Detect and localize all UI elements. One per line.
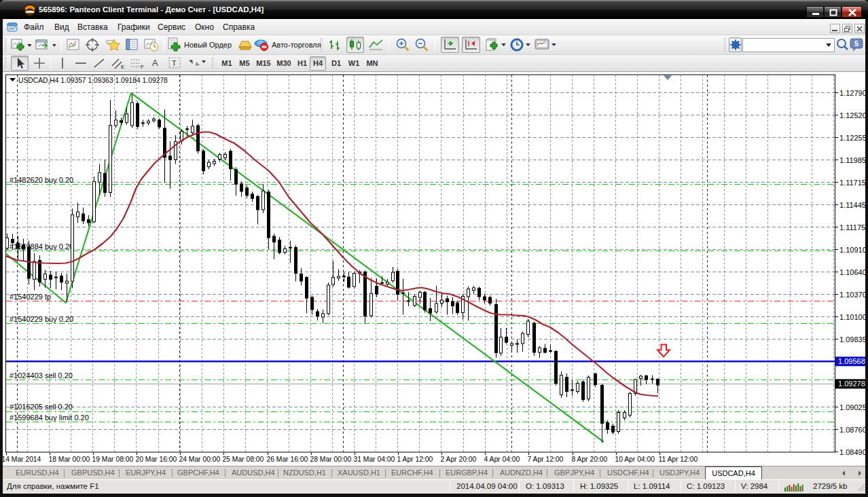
- svg-text:#1540229 tp: #1540229 tp: [10, 293, 51, 301]
- svg-text:1.10910: 1.10910: [839, 246, 867, 254]
- svg-text:5: 5: [854, 39, 858, 48]
- svg-text:14 Mar 2014: 14 Mar 2014: [2, 456, 41, 463]
- svg-text:31 Mar 04:00: 31 Mar 04:00: [354, 456, 395, 463]
- svg-text:7 Apr 12:00: 7 Apr 12:00: [528, 456, 564, 463]
- svg-text:#1024403 sell 0.20: #1024403 sell 0.20: [10, 371, 73, 380]
- svg-text:#1599684 buy limit 0.20: #1599684 buy limit 0.20: [10, 413, 89, 422]
- svg-text:1.12790: 1.12790: [839, 89, 867, 97]
- svg-text:1.10640: 1.10640: [839, 268, 867, 276]
- svg-text:24 Mar 00:00: 24 Mar 00:00: [179, 456, 221, 463]
- svg-text:1.11175: 1.11175: [839, 223, 865, 232]
- svg-text:USDCAD,H4 1.09357 1.09363 1.0: USDCAD,H4 1.09357 1.09363 1.09184 1.0927…: [18, 77, 168, 84]
- svg-text:26 Mar 16:00: 26 Mar 16:00: [267, 456, 308, 463]
- svg-text:1.09835: 1.09835: [839, 335, 867, 344]
- svg-text:1.11985: 1.11985: [839, 156, 866, 164]
- svg-text:1.09025: 1.09025: [839, 403, 867, 411]
- svg-text:1.09568: 1.09568: [838, 357, 865, 365]
- svg-text:1.10100: 1.10100: [839, 313, 867, 321]
- svg-text:19 Mar 08:00: 19 Mar 08:00: [92, 456, 134, 463]
- svg-text:F: F: [141, 64, 144, 70]
- svg-text:8 Apr 20:00: 8 Apr 20:00: [572, 456, 608, 463]
- svg-text:10 Apr 04:00: 10 Apr 04:00: [615, 456, 655, 463]
- svg-text:20 Mar 16:00: 20 Mar 16:00: [136, 456, 177, 463]
- svg-text:1.08760: 1.08760: [839, 426, 867, 434]
- svg-text:25 Mar 08:00: 25 Mar 08:00: [223, 456, 264, 463]
- svg-text:#1016205 sell 0.20: #1016205 sell 0.20: [10, 403, 73, 411]
- svg-text:1.10370: 1.10370: [839, 291, 867, 299]
- svg-text:1.09278: 1.09278: [838, 380, 865, 388]
- svg-text:E: E: [121, 64, 124, 70]
- svg-text:2 Apr 20:00: 2 Apr 20:00: [441, 456, 477, 463]
- svg-text:1 Apr 12:00: 1 Apr 12:00: [397, 456, 433, 463]
- svg-text:1.12520: 1.12520: [839, 111, 867, 119]
- svg-text:1.12255: 1.12255: [839, 134, 867, 142]
- svg-text:28 Mar 00:00: 28 Mar 00:00: [310, 456, 352, 463]
- svg-text:1.11445: 1.11445: [839, 201, 866, 209]
- svg-text:11 Apr 12:00: 11 Apr 12:00: [659, 456, 698, 463]
- svg-text:T: T: [172, 59, 177, 67]
- svg-text:1.08490: 1.08490: [839, 448, 867, 456]
- svg-text:18 Mar 00:00: 18 Mar 00:00: [49, 456, 90, 463]
- svg-text:#1540229 buy 0.20: #1540229 buy 0.20: [10, 315, 73, 323]
- svg-text:1.11715: 1.11715: [839, 179, 866, 187]
- svg-text:4 Apr 04:00: 4 Apr 04:00: [484, 456, 520, 463]
- svg-text:#1482620 buy 0.20: #1482620 buy 0.20: [10, 176, 73, 184]
